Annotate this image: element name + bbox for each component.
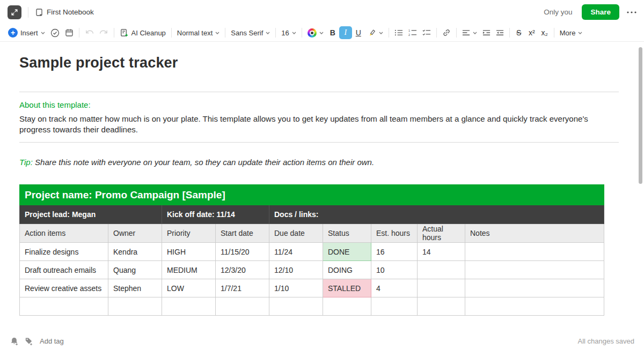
table-cell[interactable] [216,297,269,316]
table-cell[interactable]: 4 [371,279,418,297]
status-cell-doing[interactable]: DOING [323,261,371,279]
font-size-dropdown[interactable]: 16 [279,27,298,39]
table-cell[interactable]: Kendra [108,243,162,261]
table-cell[interactable]: Finalize designs [20,243,108,261]
note-body[interactable]: Sample project tracker About this templa… [0,42,644,332]
table-cell[interactable]: HIGH [162,243,216,261]
table-cell[interactable]: Quang [108,261,162,279]
superscript-button[interactable]: x² [525,26,538,39]
highlight-dropdown[interactable] [365,27,386,39]
table-cell[interactable] [269,297,323,316]
table-cell[interactable] [323,297,371,316]
status-cell-stalled[interactable]: STALLED [323,279,371,297]
reminder-bell-icon [10,337,19,346]
table-cell[interactable]: Review creative assets [20,279,108,297]
subscript-button[interactable]: x₂ [538,26,551,39]
numbered-list-button[interactable]: 12 [406,27,420,38]
underline-button[interactable]: U [352,26,365,39]
table-cell[interactable] [371,297,418,316]
about-heading[interactable]: About this template: [19,100,619,110]
about-paragraph[interactable]: Stay on track no matter how much is on y… [19,114,619,135]
add-reminder-button[interactable] [10,337,19,346]
indent-icon [482,29,491,36]
col-due-date[interactable]: Due date [269,224,323,243]
table-cell[interactable] [465,261,604,279]
insert-button[interactable]: + Insert [5,26,48,39]
status-cell-done[interactable]: DONE [323,243,371,261]
font-family-dropdown[interactable]: Sans Serif [228,27,273,39]
table-row: Review creative assets Stephen LOW 1/7/2… [20,279,604,297]
table-cell[interactable] [418,279,465,297]
col-start-date[interactable]: Start date [216,224,269,243]
bold-button[interactable]: B [326,26,339,39]
table-cell[interactable] [108,297,162,316]
table-cell[interactable]: LOW [162,279,216,297]
checklist-button[interactable] [420,27,434,38]
insert-link-button[interactable] [440,27,453,39]
chevron-down-icon [215,32,219,34]
calendar-icon [65,28,74,37]
col-actual-hours[interactable]: Actual hours [418,224,465,243]
project-name-cell[interactable]: Project name: Promo Campaign [Sample] [20,185,604,205]
italic-button[interactable]: I [339,26,352,39]
add-tag-button[interactable] [24,337,33,346]
col-est-hours[interactable]: Est. hours [371,224,418,243]
link-icon [442,28,451,37]
table-cell[interactable]: 16 [371,243,418,261]
table-cell[interactable] [465,243,604,261]
table-cell[interactable]: 12/3/20 [216,261,269,279]
align-dropdown[interactable] [459,28,480,38]
checklist-icon [422,29,431,36]
table-cell[interactable] [465,297,604,316]
tip-paragraph[interactable]: Tip: Share this note with everyone on yo… [19,157,619,168]
insert-calendar-button[interactable] [62,27,76,39]
indent-button[interactable] [480,28,493,38]
more-options-button[interactable] [627,11,636,14]
docs-links-cell[interactable]: Docs / links: [269,205,604,224]
table-cell[interactable]: 11/24 [269,243,323,261]
table-row [20,297,604,316]
table-cell[interactable] [418,261,465,279]
project-tracker-table: Project name: Promo Campaign [Sample] Pr… [19,184,604,316]
horizontal-rule [19,142,619,143]
undo-button[interactable] [82,27,97,39]
table-cell[interactable]: MEDIUM [162,261,216,279]
table-cell[interactable]: 10 [371,261,418,279]
check-circle-icon [50,28,60,38]
table-cell[interactable]: 12/10 [269,261,323,279]
col-notes[interactable]: Notes [465,224,604,243]
table-cell[interactable]: 1/7/21 [216,279,269,297]
note-title[interactable]: Sample project tracker [19,55,619,71]
redo-button[interactable] [97,27,111,39]
font-color-dropdown[interactable] [305,27,326,39]
table-cell[interactable] [418,297,465,316]
table-cell[interactable] [162,297,216,316]
col-status[interactable]: Status [323,224,371,243]
outdent-button[interactable] [493,28,507,38]
breadcrumb-notebook[interactable]: First Notebook [35,8,94,17]
more-formatting-dropdown[interactable]: More [557,27,586,39]
table-cell[interactable]: 11/15/20 [216,243,269,261]
table-cell[interactable] [465,279,604,297]
table-cell[interactable] [20,297,108,316]
bullet-list-button[interactable] [392,27,406,38]
chevron-down-icon [379,32,383,34]
insert-task-button[interactable] [48,27,62,39]
table-cell[interactable]: 14 [418,243,465,261]
table-cell[interactable]: Stephen [108,279,162,297]
project-lead-cell[interactable]: Project lead: Megan [20,205,162,224]
save-status: All changes saved [577,337,634,345]
text-style-dropdown[interactable]: Normal text [174,27,222,39]
col-owner[interactable]: Owner [108,224,162,243]
add-tag-label[interactable]: Add tag [40,337,64,345]
kickoff-date-cell[interactable]: Kick off date: 11/14 [162,205,269,224]
share-button[interactable]: Share [582,4,619,20]
ai-cleanup-button[interactable]: AI Cleanup [117,27,169,39]
strikethrough-button[interactable]: S [513,26,525,39]
col-action-items[interactable]: Action items [20,224,108,243]
expand-note-button[interactable] [8,5,21,19]
table-cell[interactable]: Draft outreach emails [20,261,108,279]
col-priority[interactable]: Priority [162,224,216,243]
scrollbar-thumb[interactable] [639,47,642,184]
table-cell[interactable]: 1/10 [269,279,323,297]
